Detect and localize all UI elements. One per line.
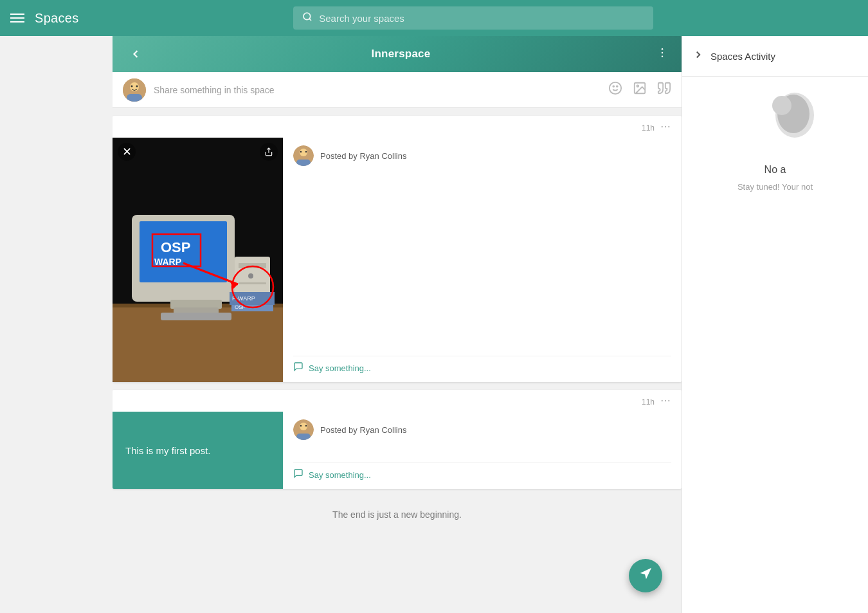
svg-rect-52 [296,434,311,440]
svg-point-16 [665,126,666,127]
svg-rect-44 [296,160,311,166]
posted-by-text-2: Posted by Ryan Collins [320,425,406,435]
user-avatar [123,78,146,102]
svg-point-12 [617,86,618,87]
svg-point-3 [662,51,664,53]
post-time-2: 11h [642,398,655,407]
comment-icon-2 [293,468,303,481]
posted-by-row-2: Posted by Ryan Collins [293,419,671,440]
svg-point-11 [613,86,614,87]
end-message: The end is just a new beginning. [113,497,682,533]
svg-point-49 [668,400,669,401]
sidebar-title: Spaces Activity [710,51,775,62]
svg-point-57 [772,96,791,115]
svg-line-1 [309,19,311,21]
emoji-button[interactable] [608,81,622,98]
svg-point-32 [248,273,253,279]
no-notifications-text: Stay tuned! Your not [695,181,855,194]
close-image-button[interactable]: ✕ [118,143,136,161]
svg-rect-27 [170,300,222,309]
send-icon [638,567,653,585]
post-meta-1: 11h [113,116,682,138]
green-card-text: This is my first post. [125,445,211,456]
say-something-text-1[interactable]: Say something... [309,363,371,373]
svg-point-14 [637,85,638,87]
svg-point-46 [305,151,307,152]
svg-point-0 [303,13,311,20]
top-nav: Spaces [0,0,868,36]
post-more-2[interactable] [660,395,671,409]
comment-icon-1 [293,361,303,374]
search-icon [302,12,312,24]
post-more-1[interactable] [660,121,671,135]
post-body-1: ✕ [113,138,682,382]
search-bar [293,6,653,30]
svg-point-8 [131,85,133,87]
svg-point-10 [610,82,621,94]
post-meta-2: 11h [113,390,682,412]
no-notifications-title: No a [695,164,855,176]
svg-point-47 [662,400,663,401]
svg-point-54 [305,425,307,426]
search-input[interactable] [319,13,644,24]
svg-rect-33 [239,282,266,284]
svg-point-9 [136,85,138,87]
share-placeholder[interactable]: Share something in this space [154,85,601,95]
post-card-2: 11h This is my first post. [113,390,682,489]
svg-point-45 [300,151,302,152]
say-something-text-2[interactable]: Say something... [309,470,371,480]
author-avatar-1 [293,145,314,166]
post-image-1: ✕ [113,138,283,382]
back-button[interactable] [125,44,146,64]
svg-point-15 [662,126,663,127]
svg-point-17 [668,126,669,127]
share-bar: Share something in this space [113,72,682,108]
green-card: This is my first post. [113,412,283,489]
post-body-2: This is my first post. [113,412,682,489]
post-card-1: 11h ✕ [113,116,682,382]
fab-button[interactable] [629,559,662,592]
post-time-1: 11h [642,124,655,133]
share-actions [608,81,671,98]
right-sidebar: Spaces Activity No a Stay tuned! Your no… [682,36,868,613]
sidebar-content: No a Stay tuned! Your not [682,77,868,206]
sidebar-header: Spaces Activity [682,36,868,77]
layout: Innerspace Share something in this sp [0,36,868,613]
space-more-button[interactable] [656,46,669,62]
posted-by-text-1: Posted by Ryan Collins [320,151,406,161]
posted-by-row-1: Posted by Ryan Collins [293,145,671,166]
svg-marker-58 [640,568,651,579]
space-header: Innerspace [113,36,682,72]
hamburger-menu-button[interactable] [10,14,24,23]
say-something-1[interactable]: Say something... [293,356,671,374]
post-card-green: This is my first post. [113,412,283,489]
image-button[interactable] [633,81,647,98]
svg-point-4 [662,55,664,57]
share-image-button[interactable] [260,143,278,161]
svg-point-48 [665,400,666,401]
svg-point-2 [662,48,664,50]
sidebar-illustration [737,89,814,154]
author-avatar-2 [293,419,314,440]
say-something-2[interactable]: Say something... [293,462,671,481]
space-title: Innerspace [372,48,431,60]
post-info-2: Posted by Ryan Collins Say something... [283,412,682,489]
app-title: Spaces [35,11,79,26]
svg-point-53 [300,425,302,426]
main-content: Innerspace Share something in this sp [113,36,682,613]
sidebar-chevron-icon[interactable] [692,49,704,63]
svg-rect-7 [127,94,142,102]
quote-button[interactable] [657,81,671,98]
svg-rect-29 [161,313,231,320]
post-info-1: Posted by Ryan Collins Say something... [283,138,682,382]
retro-computer-scene: OSP WARP [113,138,283,382]
left-sidebar [0,36,113,613]
